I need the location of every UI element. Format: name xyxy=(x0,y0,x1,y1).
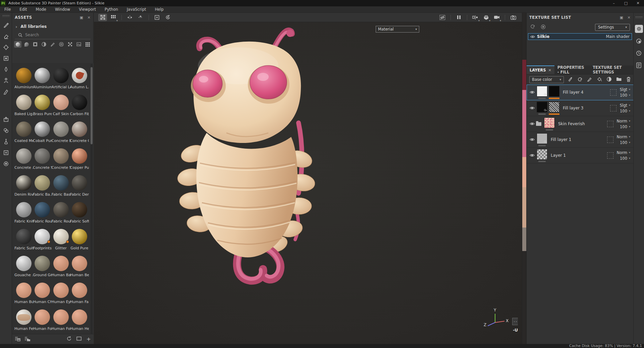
blend-mode-dropdown[interactable]: Slgt▾ xyxy=(620,103,630,108)
close-panel-icon[interactable]: ✕ xyxy=(627,15,631,20)
menu-item[interactable]: Viewport xyxy=(74,6,100,13)
material-item[interactable]: Human Ch... xyxy=(33,283,51,305)
export-icon[interactable] xyxy=(0,114,12,125)
layer-mask-thumbnail[interactable] xyxy=(549,86,559,97)
material-item[interactable]: Footprints xyxy=(33,229,51,252)
layer-name[interactable]: Fill layer 3 xyxy=(563,106,583,110)
layer-anchor-box[interactable] xyxy=(607,152,613,159)
color-picker-icon[interactable] xyxy=(0,158,12,169)
undock-panel-icon[interactable]: ▣ xyxy=(80,15,84,20)
layer-mask-thumbnail[interactable] xyxy=(549,102,559,112)
filter-textures-icon[interactable] xyxy=(66,41,74,48)
layer-visibility-icon[interactable] xyxy=(529,122,535,126)
material-item[interactable]: Aluminium... xyxy=(33,68,51,91)
material-item[interactable]: Concrete C... xyxy=(70,121,89,144)
blend-mode-dropdown[interactable]: Norm▾ xyxy=(617,119,630,123)
add-effect-icon[interactable] xyxy=(568,77,573,83)
material-item[interactable]: Fabric Soft... xyxy=(70,202,89,225)
filter-alphas-icon[interactable] xyxy=(58,41,65,48)
material-item[interactable]: Aluminium... xyxy=(15,68,33,91)
blend-mode-dropdown[interactable]: Norm▾ xyxy=(617,150,630,155)
menu-item[interactable]: Help xyxy=(151,6,168,13)
layer-anchor-box[interactable] xyxy=(610,105,616,111)
layer-row[interactable]: Fill layer 3 Slgt▾ 100▾ xyxy=(527,100,634,116)
snap-grid-button[interactable]: ▾ xyxy=(109,14,118,21)
hide-ui-button[interactable] xyxy=(438,14,447,21)
screenshot-button[interactable] xyxy=(509,14,518,21)
menu-item[interactable]: JavaScript xyxy=(122,6,151,13)
material-item[interactable]: Human Ba... xyxy=(52,256,70,279)
minimize-button[interactable]: – xyxy=(608,0,620,6)
maximize-button[interactable]: □ xyxy=(620,0,632,6)
split-view-button[interactable]: ▾ xyxy=(471,14,480,21)
close-button[interactable]: ✕ xyxy=(632,0,644,6)
eraser-tool-icon[interactable] xyxy=(0,31,12,42)
projection-tool-icon[interactable] xyxy=(0,42,12,53)
shader-name[interactable]: Main shader xyxy=(606,34,630,39)
material-item[interactable]: Glitter xyxy=(52,229,70,252)
pause-engine-button[interactable] xyxy=(454,14,463,21)
open-folder-icon[interactable] xyxy=(76,336,82,342)
material-item[interactable]: Concrete S... xyxy=(33,148,51,171)
layer-visibility-icon[interactable] xyxy=(529,106,535,110)
layer-name[interactable]: Fill layer 4 xyxy=(563,90,583,95)
layer-visibility-icon[interactable] xyxy=(529,91,535,94)
symmetry-y-button[interactable] xyxy=(136,14,145,21)
material-picker-tool-icon[interactable] xyxy=(0,86,12,97)
material-item[interactable]: Human Be... xyxy=(70,256,89,279)
material-item[interactable]: Fabric Suit ... xyxy=(15,229,33,252)
blend-mode-dropdown[interactable]: Norm▾ xyxy=(617,135,630,139)
gizmo-manipulator-button[interactable] xyxy=(98,14,107,21)
refresh-icon[interactable] xyxy=(66,336,72,342)
opacity-dropdown[interactable]: 100▾ xyxy=(620,125,630,129)
viewport-3d[interactable]: ▾ ▾ xyxy=(94,13,522,344)
material-item[interactable]: Autumn L... xyxy=(70,68,89,91)
symmetry-x-button[interactable] xyxy=(125,14,134,21)
layer-thumbnail[interactable] xyxy=(537,149,547,160)
import-resources-icon[interactable] xyxy=(24,336,30,342)
layer-thumbnail[interactable] xyxy=(537,86,547,97)
layer-thumbnail[interactable] xyxy=(544,117,555,128)
layer-name[interactable]: Layer 1 xyxy=(551,153,566,158)
menu-item[interactable]: Python xyxy=(100,6,122,13)
material-item[interactable]: Cobalt Pure xyxy=(33,121,51,144)
opacity-dropdown[interactable]: 100▾ xyxy=(620,93,630,98)
filter-brushes-icon[interactable] xyxy=(49,41,56,48)
toolstrip-grip[interactable] xyxy=(2,15,10,17)
material-item[interactable]: Gouache ... xyxy=(15,256,33,279)
material-item[interactable]: Gold Pure xyxy=(70,229,89,252)
filter-materials-icon[interactable] xyxy=(14,41,21,48)
layer-anchor-box[interactable] xyxy=(607,121,613,127)
material-item[interactable]: Human Bu... xyxy=(15,283,33,305)
material-item[interactable]: Human Fo... xyxy=(52,309,70,332)
smudge-tool-icon[interactable] xyxy=(0,64,12,75)
mesh-display-button[interactable]: ▾ xyxy=(482,14,490,21)
camera-view-button[interactable]: ▾ xyxy=(492,14,501,21)
close-panel-icon[interactable]: ✕ xyxy=(87,15,91,20)
bake-icon[interactable] xyxy=(0,136,12,147)
material-item[interactable]: Calf Skin xyxy=(52,95,70,117)
viewport-canvas[interactable]: Material ▾ Y X Z -U xyxy=(94,22,522,344)
layer-name[interactable]: Skin Feverish xyxy=(558,121,585,126)
material-item[interactable]: Ground Gr... xyxy=(33,256,51,279)
menu-item[interactable]: Mode xyxy=(32,6,51,13)
layer-row[interactable]: Fill layer 1 Norm▾ 100▾ xyxy=(527,132,634,148)
layer-row[interactable]: Fill layer 4 Slgt▾ 100▾ xyxy=(527,85,634,100)
material-item[interactable]: Coated Me... xyxy=(15,121,33,144)
material-item[interactable]: Copper Pure xyxy=(70,148,89,171)
add-fill-layer-icon[interactable] xyxy=(597,77,602,83)
add-smart-mask-icon[interactable] xyxy=(606,77,612,83)
opacity-dropdown[interactable]: 100▾ xyxy=(620,140,630,145)
layer-name[interactable]: Fill layer 1 xyxy=(551,137,571,142)
material-item[interactable]: Fabric Bas... xyxy=(52,175,70,198)
layer-anchor-box[interactable] xyxy=(610,89,616,96)
view-splitter-grip[interactable] xyxy=(512,318,518,325)
opacity-dropdown[interactable]: 100▾ xyxy=(620,109,630,113)
tab-layers[interactable]: LAYERS✕ xyxy=(527,65,554,74)
material-item[interactable]: Human He... xyxy=(70,309,89,332)
channel-dropdown[interactable]: Base color ▾ xyxy=(529,76,564,83)
undock-panel-icon[interactable]: ▣ xyxy=(620,15,624,20)
save-asset-list-icon[interactable] xyxy=(15,336,20,342)
material-item[interactable]: Artificial Le... xyxy=(52,68,70,91)
tab-properties-fill[interactable]: PROPERTIES - FILL xyxy=(554,65,590,74)
